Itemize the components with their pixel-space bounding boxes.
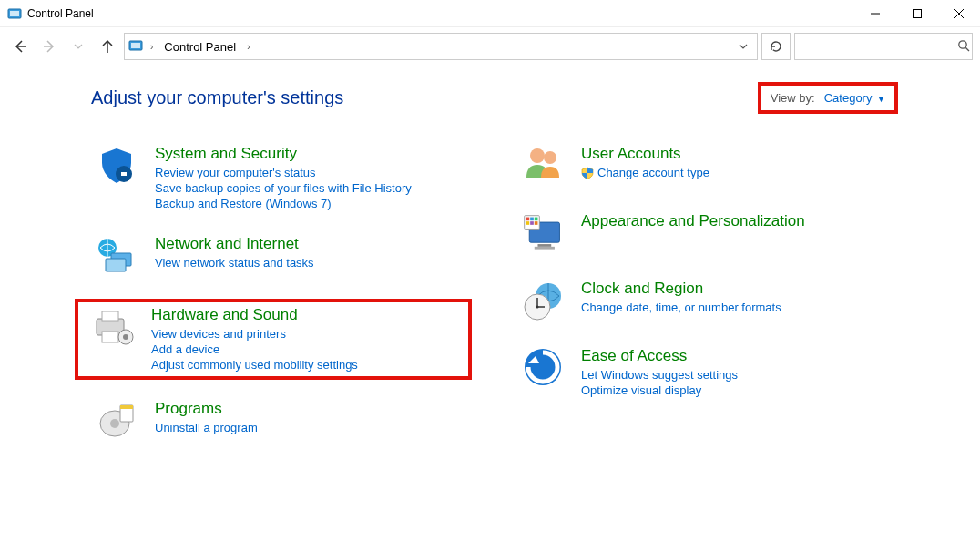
category-title[interactable]: Ease of Access	[581, 347, 894, 365]
control-panel-icon	[128, 38, 143, 56]
category-ease-of-access: Ease of Access Let Windows suggest setti…	[517, 343, 898, 402]
category-title[interactable]: Hardware and Sound	[151, 306, 464, 324]
svg-point-22	[123, 334, 128, 340]
svg-rect-1	[10, 11, 19, 16]
svg-point-11	[959, 40, 966, 47]
category-link[interactable]: Review your computer's status	[155, 165, 468, 180]
network-icon	[95, 235, 138, 279]
users-icon	[521, 145, 565, 189]
viewby-dropdown[interactable]: Category ▼	[824, 91, 885, 105]
svg-rect-35	[535, 218, 538, 221]
shield-icon	[95, 145, 138, 189]
svg-rect-14	[121, 172, 127, 176]
svg-rect-26	[120, 405, 133, 409]
category-link-text: Change account type	[597, 166, 709, 179]
svg-rect-17	[106, 259, 126, 271]
category-title[interactable]: Clock and Region	[581, 280, 894, 298]
svg-point-27	[530, 148, 545, 163]
window-title: Control Panel	[27, 7, 94, 20]
search-icon[interactable]	[957, 39, 970, 55]
recent-dropdown[interactable]	[66, 34, 91, 59]
category-clock-region: Clock and Region Change date, time, or n…	[517, 276, 898, 327]
refresh-button[interactable]	[761, 33, 791, 60]
category-user-accounts: User Accounts Change account type	[517, 141, 898, 192]
svg-rect-37	[530, 221, 534, 225]
svg-line-12	[965, 47, 969, 51]
category-link[interactable]: Save backup copies of your files with Fi…	[155, 180, 468, 196]
category-link[interactable]: View network status and tasks	[155, 255, 468, 270]
caret-down-icon: ▼	[877, 95, 885, 104]
uac-shield-icon	[581, 167, 594, 179]
navbar: › Control Panel ›	[0, 27, 980, 66]
address-bar[interactable]: › Control Panel ›	[124, 33, 758, 60]
monitor-icon	[521, 212, 565, 256]
minimize-button[interactable]	[854, 0, 896, 27]
up-button[interactable]	[95, 34, 120, 59]
svg-rect-19	[102, 311, 118, 321]
breadcrumb-root[interactable]: Control Panel	[160, 38, 240, 56]
close-button[interactable]	[938, 0, 980, 27]
left-column: System and Security Review your computer…	[91, 141, 472, 464]
titlebar: Control Panel	[0, 0, 980, 27]
chevron-right-icon[interactable]: ›	[243, 42, 253, 52]
chevron-right-icon[interactable]: ›	[147, 42, 157, 52]
category-link[interactable]: Adjust commonly used mobility settings	[151, 357, 464, 373]
svg-rect-31	[535, 247, 555, 250]
category-programs: Programs Uninstall a program	[91, 396, 472, 447]
svg-rect-3	[914, 9, 922, 17]
printer-icon	[91, 306, 135, 350]
svg-point-28	[544, 151, 556, 164]
viewby-control: View by: Category ▼	[758, 82, 898, 114]
category-link[interactable]: Change account type	[581, 165, 894, 180]
category-link[interactable]: Add a device	[151, 342, 464, 357]
category-title[interactable]: Appearance and Personalization	[581, 212, 894, 230]
category-hardware-sound: Hardware and Sound View devices and prin…	[75, 299, 472, 380]
svg-rect-38	[535, 221, 538, 225]
search-input[interactable]	[801, 39, 957, 55]
category-system-security: System and Security Review your computer…	[91, 141, 472, 215]
category-appearance-personalization: Appearance and Personalization	[517, 209, 898, 260]
category-title[interactable]: Network and Internet	[155, 235, 468, 253]
control-panel-icon	[7, 6, 22, 21]
svg-rect-34	[530, 218, 534, 221]
page-heading: Adjust your computer's settings	[91, 87, 343, 108]
content-area: Adjust your computer's settings View by:…	[0, 66, 980, 464]
ease-of-access-icon	[521, 347, 565, 391]
category-link[interactable]: Uninstall a program	[155, 420, 468, 435]
category-title[interactable]: User Accounts	[581, 145, 894, 163]
category-network-internet: Network and Internet View network status…	[91, 231, 472, 282]
svg-point-43	[536, 306, 539, 309]
svg-rect-20	[102, 332, 118, 342]
svg-rect-33	[526, 218, 530, 221]
svg-point-24	[110, 419, 119, 428]
search-box[interactable]	[794, 33, 973, 60]
category-title[interactable]: Programs	[155, 400, 468, 418]
svg-rect-36	[526, 221, 530, 225]
category-link[interactable]: Change date, time, or number formats	[581, 300, 894, 315]
category-link[interactable]: Let Windows suggest settings	[581, 367, 894, 383]
clock-globe-icon	[521, 280, 565, 323]
category-columns: System and Security Review your computer…	[91, 141, 898, 464]
svg-rect-10	[131, 43, 140, 48]
right-column: User Accounts Change account type	[517, 141, 898, 464]
maximize-button[interactable]	[896, 0, 938, 27]
address-dropdown[interactable]	[733, 36, 753, 57]
category-link[interactable]: Backup and Restore (Windows 7)	[155, 196, 468, 211]
forward-button[interactable]	[36, 34, 62, 59]
category-link[interactable]: Optimize visual display	[581, 383, 894, 398]
category-link[interactable]: View devices and printers	[151, 326, 464, 342]
viewby-value: Category	[824, 91, 873, 105]
programs-icon	[95, 400, 138, 444]
category-title[interactable]: System and Security	[155, 145, 468, 163]
content-header: Adjust your computer's settings View by:…	[91, 82, 898, 114]
viewby-label: View by:	[771, 91, 815, 105]
back-button[interactable]	[7, 34, 33, 59]
svg-rect-30	[537, 244, 551, 247]
